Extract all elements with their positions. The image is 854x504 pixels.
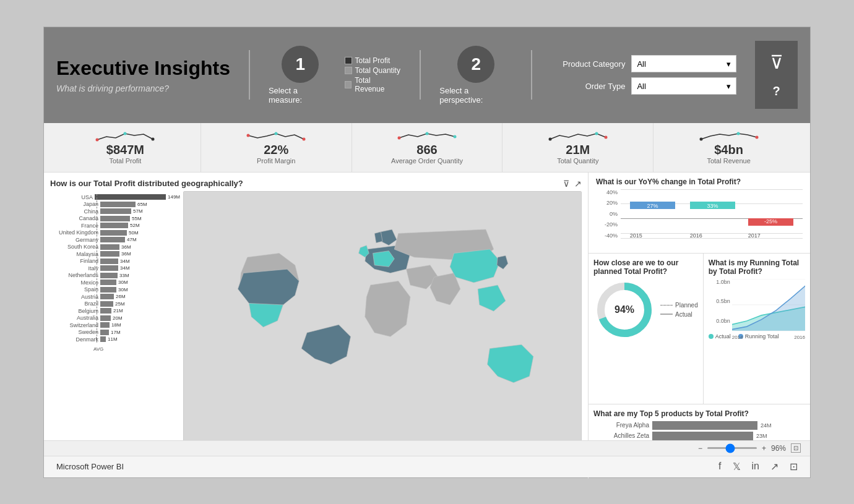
- kpi-total-profit: $847M Total Profit: [50, 123, 201, 172]
- measure-profit[interactable]: Total Profit: [345, 56, 402, 65]
- sparkline-profit: [94, 130, 156, 143]
- zoom-bar: − + 96% ⊡: [44, 440, 810, 456]
- help-icon: ?: [773, 84, 780, 98]
- country-bar: [100, 273, 118, 278]
- footer-brand: Microsoft Power BI: [56, 462, 124, 471]
- donut-percent: 94%: [615, 304, 634, 315]
- avg-label: AVG: [93, 346, 103, 352]
- filter-icon-box[interactable]: ⊽ ?: [755, 41, 798, 109]
- dashboard: Executive Insights What is driving perfo…: [43, 27, 811, 478]
- country-name: United Kingdom: [50, 229, 98, 236]
- planned-line: [660, 305, 673, 305]
- zoom-slider[interactable]: [707, 447, 757, 449]
- product-category-dropdown[interactable]: All ▾: [631, 55, 736, 72]
- filter-icon: ⊽: [770, 51, 783, 73]
- svg-point-14: [736, 132, 740, 135]
- dashboard-subtitle: What is driving performance?: [56, 83, 230, 93]
- country-bar: [100, 223, 128, 228]
- sparkline-margin: [245, 130, 307, 143]
- perspective-select-section: 2 Select a perspective:: [439, 46, 512, 105]
- measure-quantity[interactable]: Total Quantity: [345, 66, 402, 75]
- fit-icon[interactable]: ⊡: [791, 443, 801, 453]
- measure-revenue[interactable]: Total Revenue: [345, 76, 402, 93]
- country-value: 33M: [119, 273, 129, 278]
- country-name: Brazil: [50, 301, 98, 307]
- avg-line: [97, 194, 97, 343]
- yoy-chart-container: 40% 20% 0% -20% -40%: [596, 189, 803, 248]
- zoom-plus-icon[interactable]: +: [762, 444, 766, 453]
- bar-chart-rows: USA 149M Japan 65M China 57M Canada 55M …: [50, 194, 180, 343]
- country-name: Germany: [50, 237, 98, 243]
- linkedin-icon[interactable]: in: [752, 461, 759, 472]
- country-name: Canada: [50, 215, 98, 221]
- yoy-title: What is our YoY% change in Total Profit?: [596, 177, 803, 186]
- country-name: Spain: [50, 286, 98, 293]
- planned-title: How close are we to our planned Total Pr…: [593, 258, 698, 276]
- yoy-grid-2: [621, 189, 803, 190]
- svg-point-3: [247, 134, 250, 137]
- product-value: 24M: [761, 422, 772, 429]
- product-category-label: Product Category: [551, 59, 625, 69]
- divider-2: [420, 50, 421, 100]
- country-name: Mexico: [50, 280, 98, 286]
- country-bar: [100, 336, 106, 342]
- country-bar: [100, 280, 116, 285]
- revenue-checkbox[interactable]: [345, 81, 352, 88]
- running-x-axis: 2014 2016: [732, 335, 805, 340]
- bar-row: Canada 55M: [50, 215, 180, 221]
- yoy-axis-0: 0%: [596, 211, 618, 217]
- profit-checkbox[interactable]: [345, 57, 352, 64]
- zoom-minus-icon[interactable]: −: [698, 444, 702, 453]
- country-bar: [100, 258, 118, 264]
- geo-filter-icon[interactable]: ⊽: [563, 179, 569, 189]
- yoy-bar-2017-label: -25%: [764, 218, 777, 224]
- svg-point-5: [275, 132, 278, 135]
- kpi-total-quantity: 21M Total Quantity: [502, 123, 653, 172]
- product-value: 23M: [756, 433, 767, 439]
- share-icon[interactable]: ↗: [770, 461, 779, 472]
- quantity-checkbox[interactable]: [345, 67, 352, 74]
- geo-content: USA 149M Japan 65M China 57M Canada 55M …: [50, 191, 582, 466]
- country-bar: [100, 265, 118, 271]
- country-name: Malaysia: [50, 251, 98, 257]
- planned-content: 94% Planned Actual: [593, 279, 698, 341]
- facebook-icon[interactable]: f: [718, 461, 721, 472]
- running-title: What is my Running Total by Total Profit…: [709, 258, 805, 276]
- planned-section: How close are we to our planned Total Pr…: [589, 254, 704, 404]
- country-bar: [100, 244, 119, 250]
- svg-point-8: [425, 132, 428, 135]
- order-type-dropdown[interactable]: All ▾: [631, 77, 736, 95]
- title-section: Executive Insights What is driving perfo…: [56, 57, 230, 93]
- svg-point-7: [453, 135, 456, 138]
- country-value: 149M: [168, 194, 180, 200]
- country-name: Sweden: [50, 329, 98, 335]
- country-value: 11M: [108, 336, 118, 342]
- yoy-bar-2016: 33%: [690, 202, 736, 209]
- actual-legend: Actual: [709, 333, 731, 340]
- bar-row: Netherlands 33M: [50, 272, 180, 278]
- top5-row: Achilles Zeta 23M: [593, 432, 772, 440]
- yoy-bar-2015: 27%: [630, 202, 676, 209]
- geo-export-icon[interactable]: ↗: [574, 179, 582, 189]
- kpi-profit-margin: 22% Profit Margin: [201, 123, 352, 172]
- country-bar: [100, 208, 131, 214]
- country-name: Switzerland: [50, 322, 98, 328]
- country-name: South Korea: [50, 244, 98, 250]
- top5-row: Freya Alpha 24M: [593, 421, 772, 430]
- product-bar: [652, 421, 757, 430]
- external-icon[interactable]: ⊡: [790, 461, 798, 472]
- running-y-axis: 1.0bn 0.5bn 0.0bn: [709, 279, 730, 331]
- country-name: Australia: [50, 315, 98, 321]
- country-value: 34M: [120, 258, 130, 264]
- country-value: 25M: [115, 301, 125, 307]
- measure-select-section: 1 Select a measure:: [269, 46, 332, 105]
- bar-row: Denmark 11M: [50, 336, 180, 343]
- svg-point-10: [604, 135, 607, 139]
- country-value: 57M: [133, 208, 143, 214]
- kpi-margin-label: Profit Margin: [257, 157, 295, 164]
- actual-label-row: Actual: [660, 311, 698, 318]
- running-y-1: 1.0bn: [709, 279, 730, 285]
- left-panel: How is our Total Profit distributed geog…: [44, 173, 589, 479]
- twitter-icon[interactable]: 𝕏: [733, 461, 741, 472]
- kpi-revenue-label: Total Revenue: [707, 157, 750, 164]
